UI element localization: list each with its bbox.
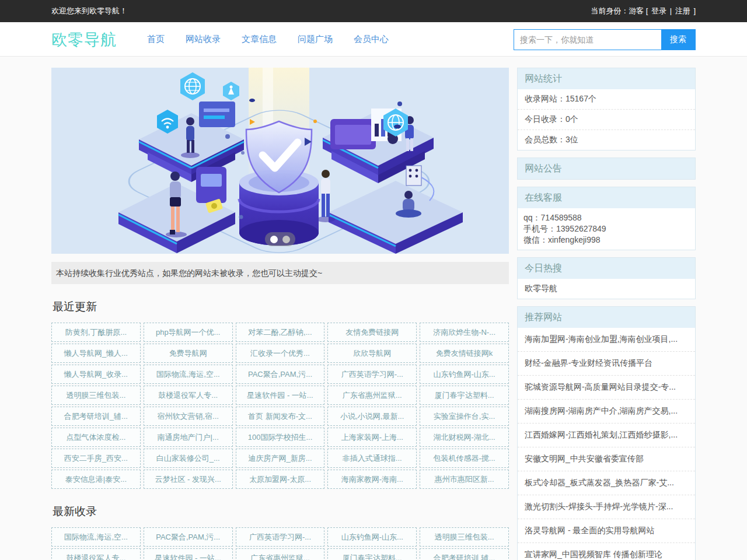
- recommended-site-link[interactable]: 驼城资源导航网-高质量网站目录提交-专...: [518, 376, 695, 400]
- site-link-box[interactable]: 山东钓鱼网-山东...: [327, 527, 417, 547]
- contact-line: 手机号：13952627849: [523, 223, 689, 235]
- site-link-box[interactable]: 惠州市惠阳区新...: [420, 470, 509, 489]
- site-link-box[interactable]: php导航网一个优...: [144, 323, 233, 342]
- site-link-box[interactable]: 包装机传感器-搅...: [420, 449, 509, 468]
- site-link-box[interactable]: 透明膜三维包装...: [420, 527, 509, 547]
- nav-link[interactable]: 网站收录: [186, 34, 221, 45]
- site-link-box[interactable]: 云梦社区 - 发现兴...: [144, 470, 233, 489]
- site-link-box[interactable]: 厦门春宇达塑料...: [327, 548, 417, 560]
- contact-line: qq：714589588: [523, 212, 689, 223]
- site-link-box[interactable]: 宿州软文营销,宿...: [144, 407, 233, 426]
- site-link-box[interactable]: 济南欣烨生物-N-...: [420, 323, 509, 342]
- site-link-box[interactable]: 懒人导航网_懒人...: [51, 344, 141, 363]
- panel-title-hot-search: 今日热搜: [518, 258, 695, 279]
- antenna-hexagon-icon: [223, 82, 239, 100]
- site-link-box[interactable]: 首页 新闻发布-文...: [236, 407, 325, 426]
- register-link[interactable]: 注册: [675, 6, 690, 15]
- site-link-box[interactable]: 小说,小说网,最新...: [327, 407, 417, 426]
- site-link-box[interactable]: 广东省惠州监狱...: [327, 386, 417, 405]
- section-title-latest-included: 最新收录: [53, 504, 509, 519]
- site-link-box[interactable]: 对苯二酚,乙醇钠,...: [236, 323, 325, 342]
- site-link-box[interactable]: 非插入式通球指...: [327, 449, 417, 468]
- hot-search-item[interactable]: 欧零导航: [518, 279, 695, 299]
- site-link-box[interactable]: 防黄剂,丁酰肼原...: [51, 323, 141, 342]
- recommended-site-link[interactable]: 财经-金融界-专业财经资讯传播平台: [518, 352, 695, 376]
- site-link-box[interactable]: 点型气体浓度检...: [51, 428, 141, 447]
- panel-online-service: 在线客服 qq：714589588手机号：13952627849微信：xinfe…: [517, 187, 696, 250]
- site-link-box[interactable]: 上海家装网-上海...: [327, 428, 417, 447]
- site-link-box[interactable]: 实验室操作台,实...: [420, 407, 509, 426]
- site-header: 欧零导航 首页网站收录文章信息问题广场会员中心 搜索: [0, 22, 747, 57]
- topbar: 欢迎您来到欧零导航！ 当前身份：游客 [ 登录 | 注册 ]: [0, 0, 747, 22]
- site-link-box[interactable]: 合肥考研培训_辅...: [51, 407, 141, 426]
- recommended-site-link[interactable]: 湖南搜房网-湖南房产中介,湖南房产交易,...: [518, 400, 695, 424]
- site-link-box[interactable]: 广西英语学习网-...: [236, 527, 325, 547]
- site-link-box[interactable]: 星速软件园 - 一站...: [236, 386, 325, 405]
- auth-divider: |: [670, 6, 672, 15]
- recommended-site-link[interactable]: 板式冷却器_板式蒸发器_换热器厂家-艾...: [518, 471, 695, 495]
- panel-site-stats: 网站统计 收录网站：15167个今日收录：0个会员总数：3位: [517, 68, 696, 150]
- site-link-box[interactable]: PAC聚合,PAM,污...: [144, 527, 233, 547]
- site-link-box[interactable]: 泰安信息港|泰安...: [51, 470, 141, 489]
- recommended-site-link[interactable]: 激光切割头-焊接头-手持焊-光学镜片-深...: [518, 495, 695, 519]
- site-link-box[interactable]: 免费友情链接网k: [420, 344, 509, 363]
- site-link-box[interactable]: 国际物流,海运,空...: [51, 527, 141, 547]
- site-link-box[interactable]: 透明膜三维包装...: [51, 386, 141, 405]
- main-nav: 首页网站收录文章信息问题广场会员中心: [147, 34, 514, 45]
- recommended-site-link[interactable]: 海南加盟网-海南创业加盟,海南创业项目,...: [518, 328, 695, 352]
- site-stats-list: 收录网站：15167个今日收录：0个会员总数：3位: [518, 89, 695, 150]
- stat-item: 收录网站：15167个: [518, 89, 695, 110]
- hero-illustration: [51, 68, 509, 254]
- site-link-box[interactable]: 广东省惠州监狱...: [236, 548, 325, 560]
- recommended-list: 海南加盟网-海南创业加盟,海南创业项目,...财经-金融界-专业财经资讯传播平台…: [518, 328, 695, 560]
- site-link-box[interactable]: 国际物流,海运,空...: [144, 365, 233, 384]
- login-link[interactable]: 登录: [651, 6, 666, 15]
- recommended-site-link[interactable]: 洛灵导航网 - 最全面的实用导航网站: [518, 519, 695, 543]
- carousel-dot[interactable]: [282, 236, 290, 243]
- panel-title-recommended: 推荐网站: [518, 307, 695, 328]
- carousel-dot-active[interactable]: [270, 236, 278, 243]
- site-link-box[interactable]: 星速软件园 - 一站...: [144, 548, 233, 560]
- search-button[interactable]: 搜索: [661, 30, 695, 50]
- site-link-box[interactable]: 西安二手房_西安...: [51, 449, 141, 468]
- site-link-box[interactable]: 免费导航网: [144, 344, 233, 363]
- search-input[interactable]: [514, 30, 661, 50]
- nav-link[interactable]: 问题广场: [298, 34, 333, 45]
- site-link-box[interactable]: 厦门春宇达塑料...: [420, 386, 509, 405]
- nav-link[interactable]: 首页: [147, 34, 165, 45]
- site-link-box[interactable]: 合肥考研培训 辅...: [420, 548, 509, 560]
- panel-hot-search: 今日热搜 欧零导航: [517, 257, 696, 299]
- recommended-site-link[interactable]: 江西婚嫁网-江西婚礼策划,江西婚纱摄影,...: [518, 424, 695, 447]
- site-link-box[interactable]: 汇收录一个优秀...: [236, 344, 325, 363]
- site-link-box[interactable]: 鼓楼退役军人专...: [51, 548, 141, 560]
- globe-hexagon-icon-left: [180, 72, 205, 100]
- recommended-site-link[interactable]: 安徽文明网_中共安徽省委宣传部: [518, 447, 695, 471]
- site-logo[interactable]: 欧零导航: [51, 29, 117, 50]
- service-contact-lines: qq：714589588手机号：13952627849微信：xinfengkej…: [518, 208, 695, 250]
- hero-banner[interactable]: [51, 68, 509, 254]
- recommended-site-link[interactable]: 宣讲家网_中国视频智库 传播创新理论: [518, 543, 695, 560]
- search-box: 搜索: [514, 29, 696, 50]
- site-link-box[interactable]: 山东钓鱼网-山东...: [420, 365, 509, 384]
- site-link-box[interactable]: 白山家装修公司_...: [144, 449, 233, 468]
- carousel-dots: [265, 232, 295, 246]
- panel-announcement: 网站公告: [517, 158, 696, 180]
- identity-text: 当前身份：游客 [: [591, 6, 648, 15]
- site-link-box[interactable]: 广西英语学习网-...: [327, 365, 417, 384]
- nav-link[interactable]: 文章信息: [242, 34, 277, 45]
- site-link-box[interactable]: 太原加盟网-太原...: [236, 470, 325, 489]
- site-link-box[interactable]: 鼓楼退役军人专...: [144, 386, 233, 405]
- platform-bottom-right: [329, 181, 463, 254]
- nav-link[interactable]: 会员中心: [354, 34, 389, 45]
- site-link-box[interactable]: 湖北财税网-湖北...: [420, 428, 509, 447]
- site-link-box[interactable]: 100国际学校招生...: [236, 428, 325, 447]
- site-link-box[interactable]: 南通房地产门户|...: [144, 428, 233, 447]
- site-link-box[interactable]: 欣欣导航网: [327, 344, 417, 363]
- site-link-box[interactable]: 海南家教网-海南...: [327, 470, 417, 489]
- panel-title-announcement: 网站公告: [518, 158, 695, 179]
- site-link-box[interactable]: 懒人导航网_收录...: [51, 365, 141, 384]
- site-link-box[interactable]: 友情免费链接网: [327, 323, 417, 342]
- site-link-box[interactable]: PAC聚合,PAM,污...: [236, 365, 325, 384]
- contact-line: 微信：xinfengkeji998: [523, 235, 689, 246]
- site-link-box[interactable]: 迪庆房产网_新房...: [236, 449, 325, 468]
